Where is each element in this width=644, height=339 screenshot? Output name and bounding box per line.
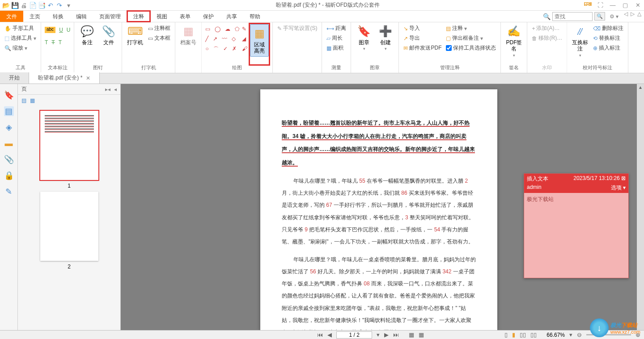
circle-icon[interactable]: ○	[205, 46, 208, 53]
eraser-icon[interactable]: ◢	[242, 36, 247, 42]
thumb-collapse-icon[interactable]: ▸◂	[105, 86, 110, 92]
undo-icon[interactable]: ↶	[47, 1, 55, 9]
thumb-close-icon[interactable]: ◂	[114, 86, 117, 92]
distance[interactable]: ⟷距离	[326, 24, 347, 33]
caret-icon[interactable]: T	[45, 39, 48, 46]
rect-icon[interactable]: ▭	[205, 26, 210, 32]
first-page-icon[interactable]: ⏮	[317, 331, 323, 338]
document-view[interactable]: 盼望着，盼望着……翘首以盼的新年近了。街市上车水马龙，人山人海，好不热闹。34 …	[121, 84, 637, 330]
view4-icon[interactable]: ▯▯	[530, 331, 537, 338]
tab-edit[interactable]: 编辑	[70, 11, 93, 22]
tab-form[interactable]: 表单	[174, 11, 197, 22]
qat-dropdown-icon[interactable]: ▾	[64, 1, 72, 9]
tab-help[interactable]: 帮助	[243, 11, 267, 22]
view1-icon[interactable]: ▯	[504, 331, 508, 338]
scan-icon[interactable]: 📑	[38, 1, 46, 9]
zoom-tool[interactable]: 🔍缩放 ▾	[4, 44, 37, 52]
delete-mark[interactable]: ⌫删除标注	[592, 24, 624, 33]
close-tab-icon[interactable]: ✕	[86, 75, 90, 81]
annotate2[interactable]: ▤注释 ▾	[445, 24, 497, 33]
tab-home[interactable]: 主页	[23, 11, 47, 22]
check-icon[interactable]: ✓	[223, 46, 228, 53]
security-icon[interactable]: 🔒	[4, 171, 14, 180]
minimize-icon[interactable]: —	[608, 2, 617, 8]
view2-icon[interactable]: ▮	[512, 331, 515, 338]
tab-page[interactable]: 页面管理	[93, 11, 127, 22]
export[interactable]: ↗导出	[402, 34, 442, 42]
swap-mark[interactable]: ⫽互换标注▾	[571, 24, 589, 58]
thumb-view1-icon[interactable]: ▤	[21, 97, 26, 104]
thumb-page-2[interactable]	[40, 192, 98, 261]
perimeter[interactable]: ▱周长	[326, 34, 347, 42]
search-button-icon[interactable]: 🔍	[594, 12, 605, 21]
grid2-icon[interactable]: ▦	[419, 331, 424, 338]
typewriter-button[interactable]: ⌨打字机	[126, 24, 144, 46]
line-icon[interactable]: ╱	[205, 36, 208, 42]
hand-tool[interactable]: ✋手形工具	[4, 24, 37, 33]
arrow-icon[interactable]: ↗	[213, 36, 217, 42]
search-folder-icon[interactable]: 🔍	[543, 13, 551, 20]
layers-icon[interactable]: ◈	[4, 122, 14, 132]
tab-convert[interactable]: 转换	[47, 11, 70, 22]
strikeout-icon[interactable]: T	[51, 39, 55, 46]
tab-protect[interactable]: 保护	[197, 11, 220, 22]
polyline-icon[interactable]: 〰	[222, 36, 227, 42]
note-options[interactable]: 选项 ▾	[611, 184, 626, 192]
note-text[interactable]: 极光下载站	[524, 193, 628, 206]
page-input[interactable]	[336, 331, 372, 339]
view3-icon[interactable]: ▯▯	[520, 331, 526, 338]
insert-mark[interactable]: ⊕插入标注	[592, 44, 624, 52]
brush-icon[interactable]: 🖌	[242, 46, 247, 52]
open-icon[interactable]: 📂	[2, 1, 10, 9]
import[interactable]: ↘导入	[402, 24, 442, 33]
bookmarks-icon[interactable]: 🔖	[4, 90, 14, 100]
pencil-icon[interactable]: ✎	[242, 26, 247, 32]
next-icon[interactable]: ▷	[631, 11, 635, 22]
print-icon[interactable]: 🖨	[20, 1, 28, 9]
create-button[interactable]: ➕创建▾	[376, 24, 395, 51]
settings-icon[interactable]: ⚙ ▾	[610, 13, 619, 20]
callout-icon[interactable]: ◇	[232, 36, 236, 42]
close-icon[interactable]: ✕	[633, 2, 642, 8]
sign-button[interactable]: ✍PDF签名▾	[504, 24, 523, 58]
tab-file[interactable]: 文件	[0, 11, 23, 22]
maximize-icon[interactable]: ▢	[621, 2, 630, 8]
note-frame[interactable]: ▭注释框	[147, 24, 171, 33]
fullscreen-icon[interactable]: ⛶	[596, 2, 605, 8]
mail[interactable]: ✉邮件发送PDF	[402, 44, 442, 52]
vertical-scrollbar[interactable]: ▴	[637, 84, 644, 330]
file-button[interactable]: 📎文件	[99, 24, 118, 46]
cloud-icon[interactable]: ☁	[225, 26, 230, 32]
replace-mark[interactable]: ⟲替换标注	[592, 34, 624, 42]
curve-icon[interactable]: ⌒	[213, 46, 219, 53]
note-button[interactable]: 💬备注	[78, 24, 97, 46]
stamp-button[interactable]: ▦档案号	[179, 24, 198, 46]
collapse-icon[interactable]: △	[637, 11, 641, 22]
attachments-icon[interactable]: 📎	[4, 155, 14, 164]
tab-annotate[interactable]: 注释	[127, 11, 150, 22]
grid-icon[interactable]: ▦	[409, 331, 414, 338]
save-icon[interactable]: 💾	[11, 1, 19, 9]
redo-icon[interactable]: ↷	[55, 1, 64, 9]
tab-view[interactable]: 视图	[150, 11, 174, 22]
underline-icon[interactable]: U	[59, 27, 63, 33]
tab-doc[interactable]: 盼望着.pdf (安全) *✕	[29, 72, 100, 84]
oval-icon[interactable]: ◯	[215, 26, 220, 32]
area-highlight-button[interactable]: ▦ 区域高亮	[250, 24, 269, 57]
tab-start[interactable]: 开始	[0, 72, 29, 84]
note-close-icon[interactable]: ⊠	[621, 175, 626, 181]
zoom-dropdown-icon[interactable]: ▾	[569, 331, 572, 338]
highlight-icon[interactable]: abc	[45, 27, 55, 33]
signatures-icon[interactable]: ✎	[4, 187, 14, 197]
page-dropdown-icon[interactable]: ▾	[377, 331, 380, 338]
thumb-view2-icon[interactable]: ▦	[30, 97, 35, 104]
next-page-icon[interactable]: ▶	[384, 331, 389, 338]
prev-icon[interactable]: ◁	[624, 11, 628, 22]
search-input[interactable]	[552, 12, 593, 21]
last-page-icon[interactable]: ⏭	[393, 331, 399, 338]
polygon-icon[interactable]: ⬠	[235, 26, 239, 32]
prev-page-icon[interactable]: ◀	[327, 331, 332, 338]
thumb-page-1[interactable]	[40, 111, 98, 180]
text-frame[interactable]: ▭文本框	[147, 34, 171, 42]
zoom-out-icon[interactable]: ⊖	[577, 331, 582, 338]
